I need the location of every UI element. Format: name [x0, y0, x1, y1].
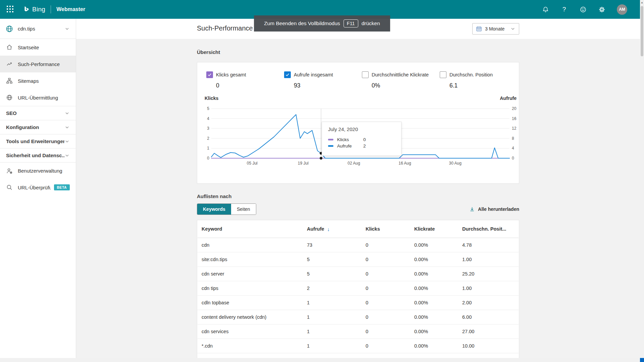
table-cell: 0.00%: [414, 271, 462, 277]
site-selector[interactable]: cdn.tips: [0, 19, 76, 39]
date-range-dropdown[interactable]: 3 Monate: [472, 23, 519, 35]
svg-text:0: 0: [207, 156, 209, 161]
sidebar-item-label: URL-Überprüfung: [18, 185, 51, 190]
sidebar-item-tools-und-erweiterungen[interactable]: Tools und Erweiterungen: [0, 134, 76, 148]
table-cell: 73: [307, 242, 366, 248]
svg-text:1: 1: [207, 146, 209, 150]
fullscreen-exit-banner: Zum Beenden des Vollbildmodus F11 drücke…: [254, 15, 390, 32]
sidebar: cdn.tips StartseiteSuch-PerformanceSitem…: [0, 19, 76, 358]
f11-key: F11: [343, 19, 358, 27]
sidebar-item-sicherheit-und-datensc[interactable]: Sicherheit und Datensc...: [0, 148, 76, 162]
table-row: site:cdn.tips500.00%1.00: [198, 252, 519, 267]
sidebar-item-url-übermittlung[interactable]: URL-Übermittlung: [0, 89, 76, 106]
table-cell: cdn: [202, 242, 307, 248]
metric-durchschnittliche-klickrate: Durchschnittliche Klickrate0%: [362, 71, 440, 89]
sidebar-item-label: URL-Übermittlung: [18, 95, 70, 101]
sidebar-item-url-überprüfung[interactable]: URL-ÜberprüfungBETA: [0, 179, 76, 196]
chevron-down-icon: [64, 125, 70, 130]
column-header-aufrufe[interactable]: Aufrufe ↓: [307, 226, 366, 232]
bing-wordmark: Bing: [32, 6, 45, 13]
scrollbar-corner[interactable]: [640, 358, 644, 362]
download-all-link[interactable]: Alle herunterladen: [469, 206, 519, 212]
tooltip-date: July 24, 2020: [328, 126, 395, 132]
user-avatar[interactable]: AM: [617, 4, 627, 15]
magnifier-icon: [6, 184, 13, 191]
overview-heading: Übersicht: [197, 49, 519, 55]
trend-icon: [6, 61, 13, 67]
metric-checkbox-row[interactable]: Durchschnittliche Klickrate: [362, 71, 440, 78]
table-cell: 2.00: [462, 300, 519, 305]
table-cell: 1: [307, 329, 366, 334]
sidebar-item-sitemaps[interactable]: Sitemaps: [0, 72, 76, 89]
checkbox-checked[interactable]: [206, 71, 213, 78]
column-header-klickrate[interactable]: Klickrate: [414, 226, 462, 232]
download-label: Alle herunterladen: [478, 206, 519, 212]
svg-text:16 Aug: 16 Aug: [398, 161, 411, 166]
table-cell: 1.00: [462, 257, 519, 262]
table-cell: 0.00%: [414, 242, 462, 248]
table-header-row: KeywordAufrufe ↓KlicksKlickrateDurchschn…: [198, 220, 519, 238]
chevron-down-icon: [64, 26, 70, 32]
table-cell: 0: [366, 329, 414, 334]
feedback-smiley-icon[interactable]: [579, 6, 587, 13]
tab-seiten[interactable]: Seiten: [231, 204, 256, 215]
metric-aufrufe-insgesamt: Aufrufe insgesamt93: [284, 71, 362, 89]
sort-descending-icon: ↓: [327, 226, 330, 232]
user-gear-icon: [6, 168, 13, 174]
svg-text:5: 5: [207, 106, 209, 111]
table-row: cdn server500.00%25.20: [198, 267, 519, 281]
metric-label: Durchschn. Position: [449, 72, 493, 77]
vertical-scrollbar-thumb[interactable]: [641, 6, 643, 56]
table-body: cdn7300.00%4.78site:cdn.tips500.00%1.00c…: [198, 238, 519, 353]
tab-keywords[interactable]: Keywords: [197, 204, 231, 215]
metric-klicks-gesamt: Klicks gesamt0: [206, 71, 284, 89]
sidebar-item-label: Such-Performance: [18, 61, 70, 67]
settings-gear-icon[interactable]: [598, 6, 605, 13]
table-cell: 0.00%: [414, 300, 462, 305]
webmaster-wordmark: Webmaster: [56, 6, 85, 12]
checkbox-unchecked[interactable]: [362, 71, 369, 78]
table-cell: 0: [366, 286, 414, 291]
metric-value: 93: [294, 82, 362, 89]
column-header-keyword[interactable]: Keyword: [202, 226, 307, 232]
sidebar-nav: StartseiteSuch-PerformanceSitemapsURL-Üb…: [0, 39, 76, 196]
table-cell: site:cdn.tips: [202, 257, 307, 262]
metric-checkbox-row[interactable]: Durchschn. Position: [440, 71, 518, 78]
table-cell: cdn server: [202, 271, 307, 277]
svg-text:3: 3: [207, 126, 209, 131]
tooltip-series-value: 0: [363, 137, 366, 142]
help-icon[interactable]: ?: [560, 6, 568, 13]
sidebar-item-benutzerverwaltung[interactable]: Benutzerverwaltung: [0, 162, 76, 179]
sidebar-item-seo[interactable]: SEO: [0, 106, 76, 120]
globe-icon: [6, 94, 13, 101]
tooltip-row-klicks: Klicks 0: [328, 137, 395, 142]
table-cell: 0: [366, 314, 414, 320]
table-cell: 0.00%: [414, 286, 462, 291]
svg-text:8: 8: [512, 136, 514, 141]
metric-checkbox-row[interactable]: Aufrufe insgesamt: [284, 71, 362, 78]
sidebar-item-startseite[interactable]: Startseite: [0, 39, 76, 56]
apps-grid-icon[interactable]: [7, 6, 14, 13]
scroll-up-arrow-icon[interactable]: ▲: [641, 1, 643, 4]
tooltip-series-name: Klicks: [337, 137, 363, 142]
page-title: Such-Performance: [197, 24, 253, 32]
brand[interactable]: Bing Webmaster: [23, 5, 85, 13]
column-header-durchschn-posit[interactable]: Durchschn. Posit...: [462, 226, 519, 232]
sitemap-icon: [6, 77, 13, 84]
notifications-bell-icon[interactable]: [542, 6, 549, 13]
checkbox-unchecked[interactable]: [440, 71, 446, 78]
sidebar-item-konfiguration[interactable]: Konfiguration: [0, 120, 76, 134]
column-header-klicks[interactable]: Klicks: [366, 226, 414, 232]
table-row: content delivery network (cdn)100.00%6.0…: [198, 310, 519, 324]
horizontal-scrollbar[interactable]: [0, 358, 640, 362]
table-row: cdn tips200.00%1.00: [198, 281, 519, 296]
metric-label: Aufrufe insgesamt: [294, 72, 333, 77]
metric-checkbox-row[interactable]: Klicks gesamt: [206, 71, 284, 78]
sidebar-item-such-performance[interactable]: Such-Performance: [0, 56, 76, 72]
chevron-down-icon: [64, 153, 70, 158]
vertical-scrollbar[interactable]: ▲: [640, 0, 644, 362]
aufrufe-legend-dash: [328, 145, 333, 147]
checkbox-checked[interactable]: [284, 71, 291, 78]
table-cell: cdn services: [202, 329, 307, 334]
table-cell: 0: [366, 300, 414, 305]
